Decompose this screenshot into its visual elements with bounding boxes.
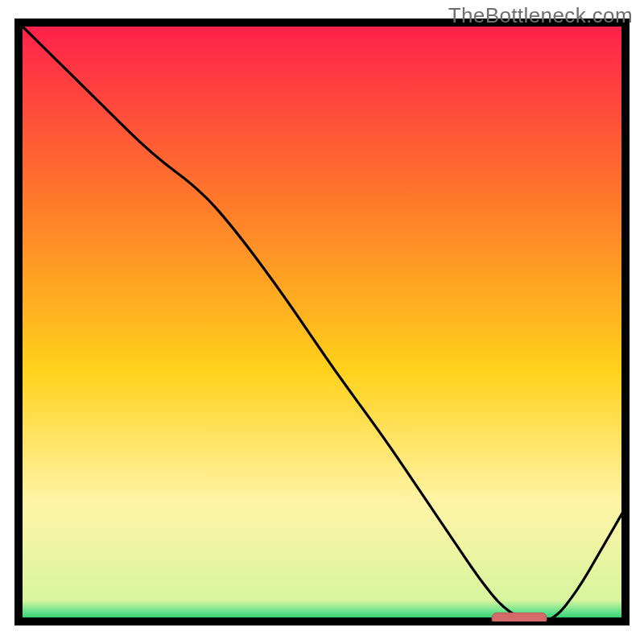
chart-frame: TheBottleneck.com: [0, 0, 644, 644]
watermark-text: TheBottleneck.com: [448, 3, 633, 28]
chart-svg: [0, 0, 644, 644]
